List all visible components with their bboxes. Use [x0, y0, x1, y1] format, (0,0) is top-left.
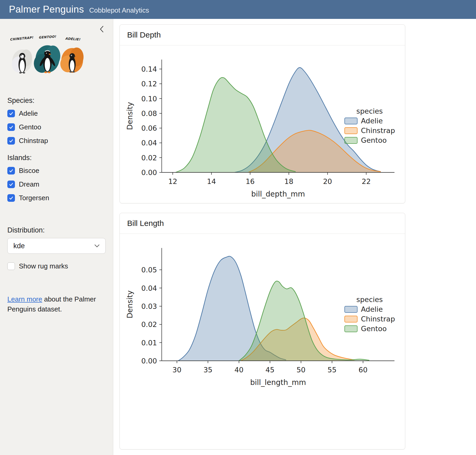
svg-text:Adelie: Adelie — [361, 117, 383, 125]
bill-depth-chart: 1214161820220.000.020.040.060.080.100.12… — [122, 49, 402, 200]
distribution-selected-value: kde — [13, 242, 25, 250]
bill-length-chart: 303540455055600.000.010.020.030.040.05bi… — [122, 237, 402, 388]
islands-section-label: Islands: — [7, 154, 106, 162]
svg-text:bill_length_mm: bill_length_mm — [250, 378, 306, 387]
svg-text:0.00: 0.00 — [141, 357, 157, 365]
distribution-select[interactable]: kde — [7, 238, 106, 254]
svg-text:0.08: 0.08 — [141, 109, 157, 118]
svg-text:22: 22 — [362, 177, 371, 186]
sidebar-collapse-button[interactable] — [97, 24, 107, 34]
check-icon — [9, 195, 14, 200]
svg-text:Density: Density — [126, 102, 134, 130]
check-icon — [9, 111, 14, 116]
svg-text:0.10: 0.10 — [141, 95, 157, 103]
svg-text:0.05: 0.05 — [141, 266, 157, 274]
bill-length-card-body: 303540455055600.000.010.020.030.040.05bi… — [120, 234, 405, 391]
legend: speciesAdelieChinstrapGentoo — [345, 295, 395, 333]
biscoe-checkbox[interactable] — [7, 167, 15, 174]
chinstrap-checkbox[interactable] — [7, 137, 15, 145]
svg-text:60: 60 — [359, 366, 367, 374]
checkbox-label: Biscoe — [19, 167, 39, 175]
svg-text:30: 30 — [172, 366, 181, 374]
svg-text:Gentoo: Gentoo — [361, 136, 387, 144]
adelie-penguin-art: ADÉLIE! — [60, 36, 84, 73]
svg-text:Density: Density — [126, 290, 134, 318]
penguins-illustration: CHINSTRAP! GENTOO! — [8, 33, 87, 80]
checkbox-label: Chinstrap — [19, 137, 48, 145]
island-option-torgersen[interactable]: Torgersen — [7, 194, 106, 202]
rug-marks-checkbox[interactable] — [7, 262, 15, 270]
svg-text:40: 40 — [234, 366, 243, 374]
svg-text:16: 16 — [246, 177, 255, 186]
bill-length-card: Bill Length 303540455055600.000.010.020.… — [120, 213, 405, 449]
species-option-gentoo[interactable]: Gentoo — [7, 123, 106, 131]
dream-checkbox[interactable] — [7, 181, 15, 188]
app-layout: CHINSTRAP! GENTOO! — [0, 19, 476, 455]
svg-text:45: 45 — [266, 366, 274, 374]
checkbox-label: Torgersen — [19, 194, 49, 202]
chinstrap-art-label: CHINSTRAP! — [10, 36, 34, 41]
sidebar: CHINSTRAP! GENTOO! — [0, 19, 113, 455]
check-icon — [9, 138, 14, 143]
dataset-note: Learn more about the Palmer Penguins dat… — [7, 294, 99, 314]
svg-text:Chinstrap: Chinstrap — [361, 315, 395, 323]
svg-text:0.04: 0.04 — [141, 139, 157, 147]
app-subtitle: Cobblepot Analytics — [89, 6, 149, 14]
svg-text:0.04: 0.04 — [141, 284, 157, 292]
svg-text:0.12: 0.12 — [141, 80, 157, 88]
svg-text:Gentoo: Gentoo — [361, 325, 387, 333]
svg-text:20: 20 — [323, 177, 332, 186]
svg-text:0.14: 0.14 — [141, 65, 157, 73]
svg-text:35: 35 — [203, 366, 212, 374]
svg-text:0.03: 0.03 — [141, 302, 157, 310]
species-option-adelie[interactable]: Adelie — [7, 109, 106, 118]
bill-depth-card: Bill Depth 1214161820220.000.020.040.060… — [120, 24, 405, 203]
checkbox-label: Dream — [19, 180, 39, 188]
torgersen-checkbox[interactable] — [7, 194, 15, 202]
chevron-left-icon — [100, 26, 104, 33]
app-title: Palmer Penguins — [9, 4, 84, 15]
svg-text:0.06: 0.06 — [141, 124, 157, 132]
rug-marks-option[interactable]: Show rug marks — [7, 262, 106, 270]
distribution-section-label: Distribution: — [7, 226, 106, 234]
chevron-down-icon — [94, 244, 100, 247]
svg-text:0.00: 0.00 — [141, 168, 157, 177]
legend: speciesAdelieChinstrapGentoo — [345, 107, 395, 144]
learn-more-link[interactable]: Learn more — [7, 295, 42, 303]
gentoo-penguin-art: GENTOO! — [34, 35, 60, 73]
gentoo-checkbox[interactable] — [7, 123, 15, 131]
island-option-dream[interactable]: Dream — [7, 180, 106, 188]
checkbox-label: Show rug marks — [19, 262, 68, 270]
checkbox-label: Adelie — [19, 109, 38, 118]
svg-text:50: 50 — [296, 366, 305, 374]
species-section-label: Species: — [7, 97, 106, 105]
adelie-art-label: ADÉLIE! — [65, 36, 80, 41]
gentoo-art-label: GENTOO! — [39, 35, 56, 39]
svg-text:Chinstrap: Chinstrap — [361, 126, 395, 135]
check-icon — [9, 182, 14, 187]
svg-text:12: 12 — [168, 177, 177, 186]
svg-text:55: 55 — [327, 366, 336, 374]
svg-text:14: 14 — [207, 177, 216, 186]
check-icon — [9, 168, 14, 173]
svg-text:Adelie: Adelie — [361, 305, 383, 313]
svg-text:bill_depth_mm: bill_depth_mm — [251, 190, 305, 198]
bill-depth-card-body: 1214161820220.000.020.040.060.080.100.12… — [120, 45, 405, 203]
chinstrap-penguin-art: CHINSTRAP! — [10, 36, 34, 73]
svg-text:species: species — [356, 107, 383, 115]
svg-text:0.01: 0.01 — [141, 339, 157, 347]
app-header: Palmer Penguins Cobblepot Analytics — [0, 0, 476, 19]
island-option-biscoe[interactable]: Biscoe — [7, 167, 106, 175]
svg-text:18: 18 — [284, 177, 293, 186]
main-content: Bill Depth 1214161820220.000.020.040.060… — [113, 19, 476, 455]
svg-text:0.02: 0.02 — [141, 320, 157, 329]
svg-text:0.02: 0.02 — [141, 154, 157, 162]
bill-length-card-title: Bill Length — [120, 213, 405, 234]
checkbox-label: Gentoo — [19, 123, 41, 131]
bill-depth-card-title: Bill Depth — [120, 25, 405, 45]
check-icon — [9, 125, 14, 130]
svg-text:species: species — [356, 295, 383, 304]
species-option-chinstrap[interactable]: Chinstrap — [7, 137, 106, 145]
adelie-checkbox[interactable] — [7, 110, 15, 117]
